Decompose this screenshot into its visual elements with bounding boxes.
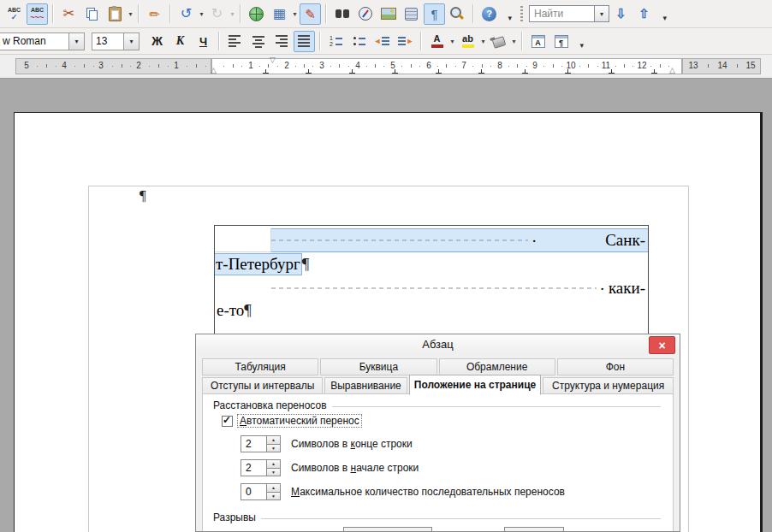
frame-line-4: е-то¶ xyxy=(215,299,648,322)
spinner-value[interactable] xyxy=(241,460,266,476)
bullet-list-icon[interactable] xyxy=(348,31,370,52)
redo-icon[interactable]: ↻ xyxy=(206,3,228,25)
help-icon[interactable]: ? xyxy=(478,3,500,25)
ruler-number: 2 xyxy=(284,62,289,70)
formatting-marks-icon[interactable]: ¶ xyxy=(424,3,445,25)
tab-stop-marker[interactable] xyxy=(306,69,312,74)
breaks-combobox-partial[interactable] xyxy=(343,527,432,532)
increase-indent-icon[interactable]: ► xyxy=(395,31,416,52)
align-center-icon[interactable] xyxy=(247,31,269,52)
spinner-value[interactable] xyxy=(241,436,266,452)
underline-icon[interactable]: Ч xyxy=(193,31,214,52)
spinner-field-0[interactable]: ▲▼ xyxy=(241,435,281,452)
find-next-icon[interactable]: ⇩ xyxy=(610,3,632,25)
spellcheck-icon[interactable]: ABC✓ xyxy=(3,3,25,25)
tab-отступы-и-интервалы[interactable]: Отступы и интервалы xyxy=(202,377,323,394)
font-color-dropdown-icon[interactable]: ▾ xyxy=(448,38,456,45)
spin-up-icon[interactable]: ▲ xyxy=(267,484,280,493)
data-sources-icon[interactable] xyxy=(401,3,422,25)
close-icon[interactable]: × xyxy=(649,336,675,354)
italic-icon[interactable]: К xyxy=(169,31,191,52)
justify-icon[interactable] xyxy=(294,31,315,52)
tab-stop-marker[interactable] xyxy=(522,69,528,74)
background-color-dropdown-icon[interactable]: ▾ xyxy=(510,38,518,45)
show-draw-functions-icon[interactable]: ✎ xyxy=(300,3,321,25)
tab-stop-marker[interactable] xyxy=(349,69,355,74)
spin-up-icon[interactable]: ▲ xyxy=(267,436,280,445)
cut-icon[interactable]: ✂ xyxy=(58,3,80,25)
background-color-icon[interactable] xyxy=(488,31,509,52)
font-size-combobox[interactable]: 13 ▾ xyxy=(92,33,140,50)
spin-down-icon[interactable]: ▼ xyxy=(267,469,280,476)
spin-down-icon[interactable]: ▼ xyxy=(267,493,280,500)
font-color-icon[interactable]: А xyxy=(426,31,448,52)
spin-down-icon[interactable]: ▼ xyxy=(267,445,280,452)
numbered-list-icon[interactable]: 12 xyxy=(325,31,347,52)
highlighting-icon[interactable]: ab xyxy=(457,31,478,52)
find-input[interactable] xyxy=(529,5,594,22)
tab-выравнивание[interactable]: Выравнивание xyxy=(324,377,407,394)
undo-icon[interactable]: ↺ xyxy=(175,3,197,25)
right-indent-marker[interactable]: △ xyxy=(669,67,675,74)
clone-formatting-icon[interactable]: ✏ xyxy=(144,3,165,25)
hyperlink-internet-icon[interactable] xyxy=(246,3,267,25)
tab-структура-и-нумерация[interactable]: Структура и нумерация xyxy=(543,377,674,394)
highlighting-dropdown-icon[interactable]: ▾ xyxy=(479,38,487,45)
toolbar-separator xyxy=(472,4,474,23)
copy-icon[interactable] xyxy=(81,3,103,25)
find-dropdown-icon[interactable]: ▾ xyxy=(594,5,609,22)
gallery-icon[interactable] xyxy=(377,3,399,25)
tab-1[interactable]: Буквица xyxy=(320,358,436,375)
align-left-icon[interactable] xyxy=(224,31,246,52)
redo-dropdown-icon[interactable]: ▾ xyxy=(229,10,236,18)
tab-stop-marker[interactable] xyxy=(263,69,269,74)
spinner-field-2[interactable]: ▲▼ xyxy=(241,483,281,500)
tab-stop-marker[interactable] xyxy=(392,69,398,74)
breaks-combobox-partial[interactable] xyxy=(504,527,564,532)
decrease-indent-icon[interactable]: ◄ xyxy=(371,31,393,52)
horizontal-ruler[interactable]: ▽ △ △ 54321123456789101112131415 xyxy=(0,55,772,79)
paragraph-dialog-icon[interactable]: ¶ xyxy=(550,31,572,52)
tab-положение-на-странице[interactable]: Положение на странице xyxy=(409,375,542,395)
tab-2[interactable]: Обрамление xyxy=(439,358,555,375)
align-right-icon[interactable] xyxy=(270,31,292,52)
tab-stop-marker[interactable] xyxy=(565,69,571,74)
spinner-field-1[interactable]: ▲▼ xyxy=(241,459,281,476)
paste-dropdown-icon[interactable]: ▾ xyxy=(127,10,134,18)
spin-up-icon[interactable]: ▲ xyxy=(267,460,280,469)
auto-hyphenation-checkbox[interactable]: ✓ xyxy=(222,416,233,427)
toolbar-options-2-icon[interactable]: ▾ xyxy=(573,31,585,52)
insert-table-dropdown-icon[interactable]: ▾ xyxy=(291,10,299,18)
find-and-replace-icon[interactable] xyxy=(331,3,353,25)
tab-stop-marker[interactable] xyxy=(436,69,442,74)
find-previous-icon[interactable]: ⇧ xyxy=(633,3,655,25)
tab-stop-marker[interactable] xyxy=(478,69,484,74)
left-indent-marker[interactable]: △ xyxy=(211,67,217,74)
group-label: Расстановка переносов xyxy=(213,399,327,411)
font-name-combobox[interactable]: w Roman ▾ xyxy=(0,33,85,50)
toolbar-options-icon[interactable]: ▾ xyxy=(502,3,513,25)
insert-table-icon[interactable]: ▦ xyxy=(269,3,290,25)
text-frame[interactable]: · Санк- т-Петербург ¶ · каки- е-то¶ xyxy=(214,225,649,334)
tab-3[interactable]: Фон xyxy=(557,358,674,375)
tab-stop-marker[interactable] xyxy=(609,69,615,74)
character-dialog-icon[interactable]: A xyxy=(527,31,549,52)
tab-0[interactable]: Табуляция xyxy=(202,358,318,375)
tab-stop-marker[interactable] xyxy=(651,69,657,74)
find-toolbar-options-icon[interactable]: ▾ xyxy=(656,3,668,25)
dialog-titlebar[interactable]: Абзац × xyxy=(196,334,680,354)
ruler-number: 4 xyxy=(62,62,67,70)
font-size-dropdown-icon[interactable]: ▾ xyxy=(123,33,139,50)
spinner-value[interactable] xyxy=(241,484,266,499)
font-name-dropdown-icon[interactable]: ▾ xyxy=(68,33,84,50)
bold-icon[interactable]: Ж xyxy=(146,31,168,52)
first-line-indent-marker[interactable]: ▽ xyxy=(270,56,276,64)
undo-dropdown-icon[interactable]: ▾ xyxy=(198,10,205,18)
standard-toolbar: ABC✓ABC~~~✂▾✏↺▾↻▾▦▾✎¶?▾▾⇩⇧▾ xyxy=(0,0,772,28)
auto-spellcheck-icon[interactable]: ABC~~~ xyxy=(27,3,48,25)
zoom-icon[interactable] xyxy=(447,3,468,25)
toolbar-grip[interactable] xyxy=(520,6,523,21)
paste-icon[interactable] xyxy=(104,3,126,25)
navigator-icon[interactable] xyxy=(354,3,376,25)
ruler-number: 6 xyxy=(426,62,431,70)
